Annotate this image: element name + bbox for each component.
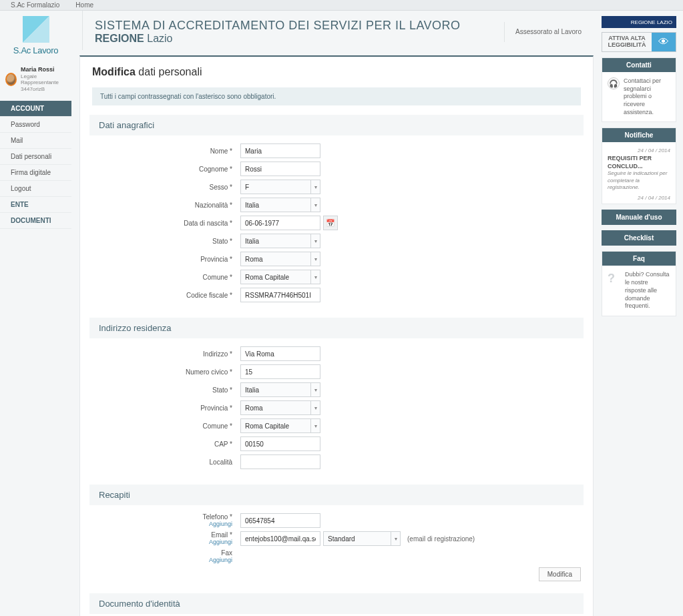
region-strong: REGIONE [95,33,144,44]
indirizzo-field[interactable] [240,346,320,361]
label-civico: Numero civico * [92,368,240,376]
label-cap: CAP * [92,440,240,448]
label-provincia: Provincia * [92,256,240,263]
civico-field[interactable] [240,364,320,379]
label-stato: Stato * [92,238,240,245]
section-indirizzo: Indirizzo residenza [89,318,584,338]
region-badge: REGIONE LAZIO [602,16,676,28]
page-title: Modifica dati personali [92,66,581,78]
label-comune2: Comune * [92,422,240,430]
user-code: 3447orizB [21,86,66,93]
label-nascita: Data di nascita * [92,220,240,227]
alert-required: Tutti i campi contrassegnati con l'aster… [92,87,581,105]
add-telefono[interactable]: Aggiungi [92,521,240,527]
chevron-down-icon: ▾ [310,383,320,396]
label-localita: Località [92,458,240,466]
telefono-field[interactable] [240,513,320,528]
manuale-button[interactable]: Manuale d'uso [602,210,676,225]
chevron-down-icon: ▾ [310,252,320,266]
modifica-button[interactable]: Modifica [539,567,581,581]
label-codfisc: Codice fiscale * [92,292,240,299]
sidebar-item-firma[interactable]: Firma digitale [0,165,71,181]
email-type-select[interactable]: Standard▾ [323,531,401,546]
accessibility-toggle[interactable]: ATTIVA ALTA LEGGIBILITÀ 👁 [602,32,676,52]
sidebar-item-ente[interactable]: ENTE [0,197,71,213]
section-documento: Documento d'identità [89,593,584,614]
logo-icon [23,16,49,43]
question-icon: ? [608,271,621,284]
comune2-select[interactable]: Roma Capitale▾ [240,418,320,433]
section-recapiti: Recapiti [89,485,584,505]
logo: S.Ac Lavoro [0,11,71,62]
sidebar-item-documenti[interactable]: DOCUMENTI [0,213,71,229]
breadcrumb-app[interactable]: S.Ac Formalazio [11,1,59,9]
chevron-down-icon: ▾ [310,234,320,248]
section-anagrafici: Dati anagrafici [89,115,584,135]
cap-field[interactable] [240,436,320,451]
label-telefono: Telefono * [92,513,240,521]
faq-box[interactable]: Faq ?Dubbi? Consulta le nostre risposte … [602,251,676,316]
sidebar-item-account[interactable]: ACCOUNT [0,101,71,117]
chevron-down-icon: ▾ [310,180,320,194]
chevron-down-icon: ▾ [310,198,320,212]
nazionalita-select[interactable]: Italia▾ [240,198,320,212]
avatar [5,73,17,86]
chevron-down-icon: ▾ [310,401,320,414]
label-nazionalita: Nazionalità * [92,202,240,209]
calendar-icon[interactable]: 📅 [323,216,338,230]
logo-text: S.Ac Lavoro [0,45,71,55]
checklist-button[interactable]: Checklist [602,230,676,246]
label-provincia2: Provincia * [92,404,240,412]
contatti-box: Contatti 🎧Contattaci per segnalarci prob… [602,57,676,122]
provincia2-select[interactable]: Roma▾ [240,400,320,415]
label-fax: Fax [92,549,240,557]
sidebar-item-dati[interactable]: Dati personali [0,149,71,165]
user-box: Maria Rossi Legale Rappresentante 3447or… [0,62,71,97]
chevron-down-icon: ▾ [310,419,320,432]
sidebar-item-logout[interactable]: Logout [0,181,71,197]
label-comune: Comune * [92,274,240,281]
sidebar-item-password[interactable]: Password [0,117,71,133]
breadcrumb: S.Ac Formalazio Home [0,0,683,11]
chevron-down-icon: ▾ [310,270,320,284]
sidebar: S.Ac Lavoro Maria Rossi Legale Rappresen… [0,11,71,616]
label-stato2: Stato * [92,386,240,394]
breadcrumb-home[interactable]: Home [75,1,93,9]
page-header: SISTEMA DI ACCREDITAMENTO DEI SERVIZI PE… [82,11,594,50]
label-email: Email * [92,531,240,539]
system-title: SISTEMA DI ACCREDITAMENTO DEI SERVIZI PE… [95,19,493,33]
label-cognome: Cognome * [92,166,240,173]
stato-select[interactable]: Italia▾ [240,234,320,248]
notifiche-box: Notifiche 24 / 04 / 2014 REQUISITI PER C… [602,127,676,204]
localita-field[interactable] [240,454,320,469]
region-name: Lazio [147,33,172,44]
sidebar-item-mail[interactable]: Mail [0,133,71,149]
assessorato: Assessorato al Lavoro [504,22,582,42]
add-email[interactable]: Aggiungi [92,539,240,545]
cognome-field[interactable] [240,162,320,176]
comune-select[interactable]: Roma Capitale▾ [240,270,320,284]
email-field[interactable] [240,531,320,546]
email-note: (email di registrazione) [407,535,475,543]
notification-item[interactable]: 24 / 04 / 2014 NUOVO SISTEMA S.AC LA... … [608,195,670,204]
add-fax[interactable]: Aggiungi [92,557,240,563]
label-nome: Nome * [92,147,240,155]
notification-item[interactable]: 24 / 04 / 2014 REQUISITI PER CONCLUD... … [608,147,670,191]
nome-field[interactable] [240,143,320,158]
label-indirizzo: Indirizzo * [92,350,240,358]
eye-icon: 👁 [652,33,676,51]
stato2-select[interactable]: Italia▾ [240,382,320,397]
content-card: Modifica dati personali Tutti i campi co… [79,55,594,616]
codfisc-field[interactable] [240,288,320,302]
user-name: Maria Rossi [21,66,66,73]
sesso-select[interactable]: F▾ [240,180,320,194]
provincia-select[interactable]: Roma▾ [240,252,320,266]
user-role: Legale Rappresentante [21,73,66,86]
headset-icon: 🎧 [608,77,620,89]
nascita-field[interactable] [240,216,320,230]
chevron-down-icon: ▾ [391,532,400,545]
label-sesso: Sesso * [92,184,240,191]
sidebar-nav: ACCOUNT Password Mail Dati personali Fir… [0,101,71,229]
